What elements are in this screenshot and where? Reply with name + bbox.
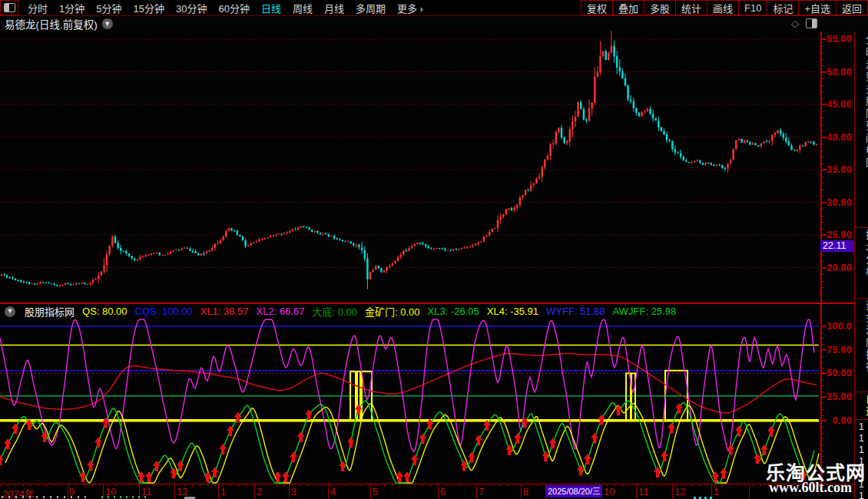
sidebar-tab-1[interactable]: 分时走势多股同列闪电图 [857,35,868,226]
axis-tick [822,234,827,236]
panel-toggle-icon[interactable] [806,18,817,28]
top-toolbar: 分时1分钟5分钟15分钟30分钟60分钟日线周线月线多周期更多 › 复权叠加多股… [0,0,868,16]
indicator-tick-label: 0.00 [832,415,852,426]
date-label: 1 [220,486,226,497]
minor-tick [822,427,824,428]
minor-tick [822,98,824,99]
month-separator [289,484,290,499]
minor-tick [822,338,824,339]
minor-tick [822,65,824,66]
axis-tick [822,267,827,269]
period-tab-3[interactable]: 5分钟 [96,1,121,15]
month-separator [521,484,522,499]
minor-tick [822,157,824,157]
toolbar-button-4[interactable]: 统计 [675,0,707,15]
minor-tick [822,124,824,125]
clipped-row-fragment [2,496,86,498]
indicator-tick-label: 75.00 [827,345,852,355]
axis-tick [822,169,827,170]
diamond-icon[interactable]: ◇ [791,18,799,29]
price-tick-label: 50.00 [827,67,852,78]
minor-tick [822,222,824,223]
sidebar-divider [855,419,868,420]
indicator-value-8: XL4: -35.91 [487,306,538,317]
date-label: 7 [479,486,484,497]
date-label: 3 [291,486,297,497]
minor-tick [822,144,824,144]
selected-date-badge: 2025/08/20/三 [546,485,602,497]
indicator-value-3: XL1: 38.57 [200,306,249,317]
axis-tick [822,326,827,327]
sidebar-tab-4[interactable]: 自选 [857,394,868,418]
minor-tick [822,78,824,79]
toolbar-button-1[interactable]: 复权 [581,0,613,15]
right-sidebar[interactable]: 分时走势多股同列闪电图技术分析资金流向排行自选1111111 [854,31,868,499]
minor-tick [822,379,824,380]
minor-tick [822,216,824,216]
minor-tick [822,344,824,345]
toolbar-button-8[interactable]: +自选 [798,0,837,15]
sidebar-tab-2[interactable]: 技术分析 [857,230,868,297]
toolbar-button-7[interactable]: 标记 [767,0,799,15]
period-tab-6[interactable]: 60分钟 [218,1,249,15]
toolbar-right-buttons: 复权叠加多股统计画线F10标记+自选返回 [581,0,868,15]
period-tab-2[interactable]: 1分钟 [59,1,84,15]
period-tab-1[interactable]: 分时 [28,1,48,15]
period-tab-10[interactable]: 多周期 [356,1,386,15]
minor-tick [822,196,824,197]
date-label: 12 [674,486,685,497]
window-split-icon[interactable] [0,0,18,15]
last-price-badge: 22.11 [820,240,853,252]
minor-tick [822,229,824,230]
toolbar-button-2[interactable]: 叠加 [612,0,644,15]
indicator-value-10: AWJFF: 25.98 [613,306,677,317]
price-axis[interactable]: 55.0050.0045.0040.0035.0030.0025.0020.00… [822,31,854,302]
indicator-value-2: CQS: 100.00 [135,306,193,317]
date-label: 11 [638,486,649,497]
toolbar-button-9[interactable]: 返回 [836,0,868,15]
period-tab-11[interactable]: 更多 › [397,1,423,15]
period-tab-5[interactable]: 30分钟 [176,1,207,15]
period-tab-4[interactable]: 15分钟 [133,1,164,15]
indicator-name: 股朋指标网 [25,305,75,318]
indicator-divider-line [0,302,854,304]
period-tab-9[interactable]: 月线 [324,1,344,15]
minor-tick [822,261,824,262]
indicator-chevron-icon[interactable]: ▼ [5,306,15,317]
price-tick-label: 20.00 [827,263,852,273]
reference-lines [0,326,819,421]
title-row: 易德龙(日线.前复权) ▼ ◇ [0,16,853,31]
page-title: 易德龙(日线.前复权) [5,16,98,31]
month-separator [672,484,673,499]
slow-red-line [0,354,817,413]
minor-tick [822,385,824,386]
month-separator [370,484,371,499]
indicator-value-7: XL3: -26.05 [428,306,479,317]
minor-tick [822,362,824,362]
minor-tick [822,85,824,86]
minor-tick [822,294,824,295]
sidebar-tab-3[interactable]: 资金流向排行 [857,300,868,391]
month-separator [476,484,477,499]
price-gridlines [0,39,819,268]
indicator-value-9: WYFF: 51.88 [546,306,605,317]
toolbar-button-3[interactable]: 多股 [644,0,676,15]
price-tick-label: 45.00 [827,99,852,110]
axis-tick [822,202,827,203]
minor-tick [822,46,824,47]
month-separator [218,484,219,499]
date-label: 12 [177,486,187,497]
minor-tick [822,438,824,439]
period-tab-7[interactable]: 日线 [261,1,281,15]
chevron-down-icon[interactable]: ▼ [102,18,113,29]
price-tick-label: 40.00 [827,132,852,143]
minor-tick [822,52,824,53]
price-tick-label: 30.00 [827,197,852,208]
indicator-chart [0,319,820,484]
indicator-value-6: 金矿门: 0.00 [365,305,420,318]
toolbar-button-6[interactable]: F10 [738,0,767,15]
period-tab-8[interactable]: 周线 [293,1,313,15]
indicator-value-1: QS: 80.00 [82,306,128,317]
toolbar-button-5[interactable]: 画线 [707,0,739,15]
minor-tick [822,117,824,118]
